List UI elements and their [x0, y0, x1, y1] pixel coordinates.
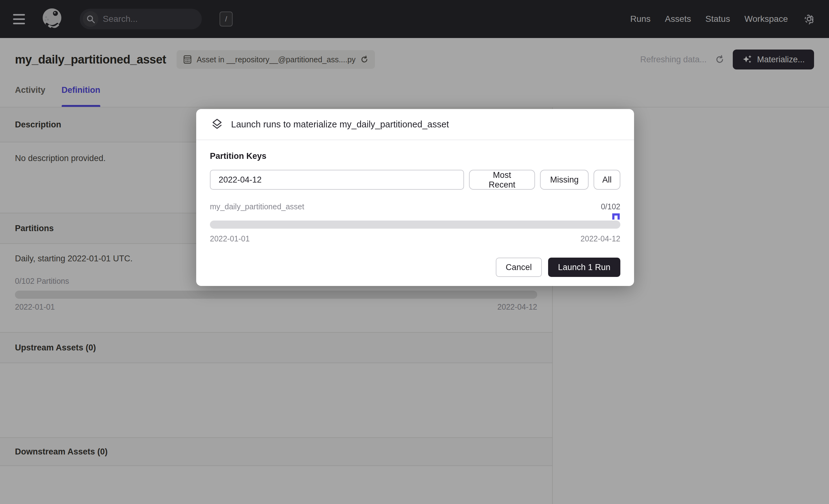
- modal-title: Launch runs to materialize my_daily_part…: [231, 119, 449, 130]
- asset-layers-icon: [211, 118, 224, 131]
- launch-runs-modal: Launch runs to materialize my_daily_part…: [196, 109, 634, 286]
- modal-partition-bar[interactable]: [210, 220, 620, 229]
- modal-range-end: 2022-04-12: [580, 234, 620, 243]
- filter-all-button[interactable]: All: [593, 170, 620, 190]
- partition-keys-label: Partition Keys: [210, 151, 620, 161]
- modal-header: Launch runs to materialize my_daily_part…: [196, 109, 634, 140]
- cancel-button[interactable]: Cancel: [496, 258, 542, 277]
- filter-missing-button[interactable]: Missing: [540, 170, 588, 190]
- filter-most-recent-button[interactable]: Most Recent: [469, 170, 535, 190]
- modal-range-start: 2022-01-01: [210, 234, 250, 243]
- selected-partition-marker: [612, 213, 620, 220]
- launch-run-button[interactable]: Launch 1 Run: [548, 258, 620, 277]
- partition-keys-input[interactable]: [210, 170, 464, 190]
- modal-partition-progress: 0/102: [601, 202, 620, 211]
- modal-asset-name: my_daily_partitioned_asset: [210, 202, 304, 211]
